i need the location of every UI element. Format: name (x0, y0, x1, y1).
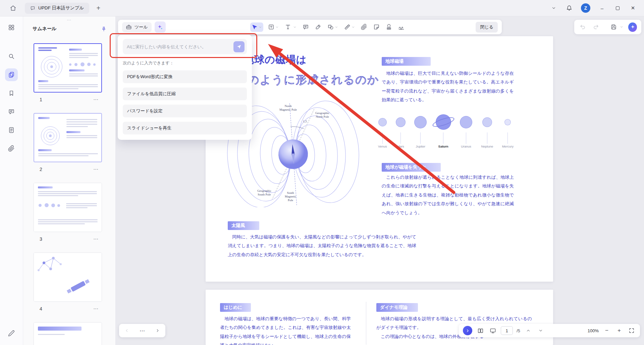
thumbnail-preview (34, 183, 102, 232)
chevron-down-icon (275, 25, 279, 29)
highlighter-tool[interactable] (314, 22, 323, 32)
ai-send-button[interactable] (233, 41, 245, 52)
next-page-button[interactable] (536, 326, 545, 335)
notifications-button[interactable] (566, 4, 573, 12)
pager-next-button[interactable] (153, 326, 162, 335)
diagram-label-south-magnetic-pole: South Magnetic Pole (279, 191, 302, 202)
stamp-tool[interactable] (384, 22, 393, 32)
select-tool[interactable] (250, 22, 263, 32)
page-more-button[interactable]: ⋯ (93, 236, 99, 242)
zoom-out-button[interactable]: − (602, 326, 611, 335)
sidebar-item-bookmarks[interactable] (5, 87, 18, 100)
zoom-level-label[interactable]: 100% (588, 328, 599, 333)
redo-button[interactable] (592, 23, 600, 32)
titlebar-chevron-button[interactable] (550, 4, 557, 12)
planet-label: Jupiter (416, 145, 425, 148)
document-tab[interactable]: UPDF 日本語サンプル (25, 3, 89, 14)
save-button[interactable] (609, 23, 618, 32)
expand-controls-button[interactable] (463, 326, 472, 335)
planet-label: Venus (378, 145, 387, 148)
fit-screen-button[interactable] (627, 326, 636, 335)
page-thumbnail-1[interactable] (34, 43, 102, 93)
sticker-tool[interactable] (372, 22, 381, 32)
planet-label: Neptune (481, 145, 493, 148)
paperclip-icon (361, 24, 367, 30)
previous-page-button[interactable] (524, 326, 533, 335)
maximize-button[interactable] (614, 4, 621, 12)
section-badge-solar-wind: 太陽風 (228, 221, 259, 230)
ai-suggestion-slideshow[interactable]: スライドショーを再生 (123, 122, 247, 134)
pager-prev-button[interactable] (122, 326, 131, 335)
panel-drag-handle[interactable]: ⋯ (23, 16, 115, 23)
toolbox-icon (126, 24, 132, 30)
planet-saturn: Saturn (436, 112, 451, 149)
thumbnail-preview (34, 44, 101, 92)
page-thumbnail-2[interactable] (34, 113, 102, 162)
close-toolbar-button[interactable]: 閉じる (476, 22, 498, 33)
tab-comment-icon (30, 6, 35, 11)
page-thumbnail-5[interactable] (34, 322, 102, 345)
sidebar-item-attachments[interactable] (5, 142, 18, 155)
page-more-button[interactable]: ⋯ (93, 306, 99, 312)
sidebar-item-ink-pen[interactable] (5, 327, 18, 340)
bookmark-icon (8, 90, 15, 97)
zoom-in-button[interactable]: + (615, 326, 624, 335)
minimize-button[interactable]: – (598, 4, 606, 12)
chevron-down-icon (259, 25, 262, 29)
sticker-icon (373, 24, 380, 30)
edit-tool[interactable] (267, 22, 280, 32)
thumbnail-item-1: 1 ⋯ (34, 43, 102, 105)
sidebar-item-search[interactable] (5, 50, 18, 63)
avatar[interactable]: Z (581, 3, 590, 13)
ai-prompt-input[interactable] (127, 44, 233, 49)
pin-icon (101, 26, 107, 32)
page-thumbnail-4[interactable] (34, 252, 102, 302)
section-badge-lose-field: 地球が磁場を失うと (382, 163, 441, 172)
text-tool[interactable] (283, 22, 298, 32)
sidebar-item-comments[interactable] (5, 105, 18, 118)
planet-venus: Venus (378, 112, 387, 149)
tools-button[interactable]: ツール (122, 22, 152, 32)
two-page-view-button[interactable] (476, 326, 485, 335)
pager-more-button[interactable]: ⋯ (138, 326, 147, 335)
stamp-icon (386, 24, 392, 30)
diagram-label-north-magnetic-pole: North Magnetic Pole (274, 104, 303, 112)
undo-button[interactable] (579, 23, 587, 32)
comment-tool[interactable] (301, 22, 310, 32)
updf-app: UPDF 日本語サンプル + Z – ✕ (0, 0, 644, 345)
ai-suggestion-password[interactable]: パスワードを設定 (123, 105, 247, 117)
page-more-button[interactable]: ⋯ (93, 166, 99, 172)
sidebar-item-thumbnails[interactable] (5, 68, 18, 81)
signature-tool[interactable] (397, 22, 406, 32)
page-more-button[interactable]: ⋯ (93, 97, 99, 103)
thumbnail-list: 1 ⋯ (23, 35, 115, 345)
sidebar-item-outline[interactable] (5, 124, 18, 136)
outline-document-icon (8, 127, 15, 133)
ai-suggestion-convert-word[interactable]: PDFをWord形式に変換 (123, 70, 247, 83)
planet-label: Mars (397, 145, 404, 148)
new-tab-button[interactable]: + (94, 4, 103, 12)
measure-tool[interactable] (343, 22, 356, 32)
thumbnail-preview (34, 114, 101, 162)
ruler-icon (344, 24, 351, 30)
diagram-label-geographic-south-pole: Geographic South Pole (250, 189, 279, 196)
sidebar-item-apps[interactable] (5, 21, 18, 34)
ai-assistant-button[interactable] (155, 21, 166, 33)
fit-screen-icon (629, 328, 635, 334)
thumbnail-preview (34, 323, 102, 345)
chevron-down-icon[interactable] (620, 25, 623, 29)
chevron-right-icon (466, 329, 470, 333)
undo-icon (580, 24, 586, 30)
thumbnail-item-4: 4 ⋯ (34, 252, 102, 314)
page-thumbnail-3[interactable] (34, 183, 102, 232)
presentation-view-button[interactable] (488, 326, 497, 335)
pin-panel-button[interactable] (101, 26, 107, 32)
shapes-tool[interactable] (326, 22, 339, 32)
attach-file-tool[interactable] (360, 22, 369, 32)
page-number-input[interactable] (501, 326, 513, 335)
close-window-button[interactable]: ✕ (629, 4, 637, 12)
ai-suggestion-compress[interactable]: ファイルを低品質に圧縮 (123, 88, 247, 100)
presentation-icon (490, 328, 496, 334)
home-button[interactable] (7, 2, 19, 14)
updf-ai-button[interactable] (628, 22, 637, 32)
